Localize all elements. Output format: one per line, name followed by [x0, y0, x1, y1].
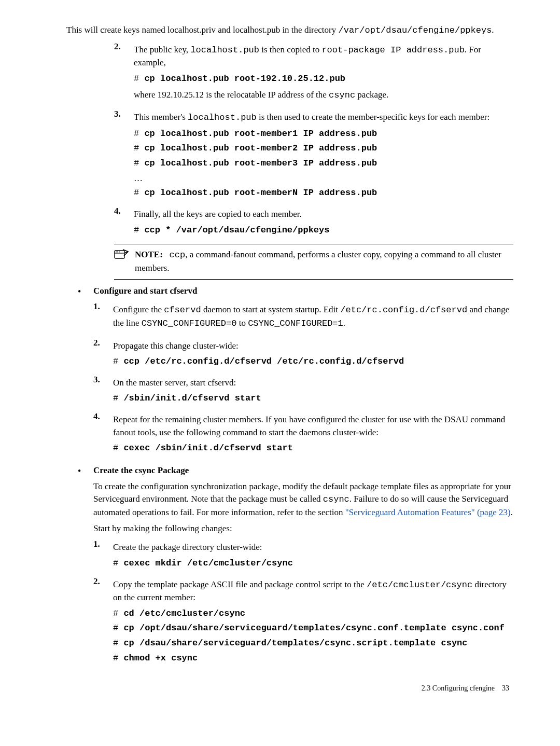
- step-3-dots: …: [134, 172, 513, 185]
- step-2-where: where 192.10.25.12 is the relocatable IP…: [134, 89, 513, 102]
- step-3-cmd3: # cp localhost.pub root-member3 IP addre…: [134, 157, 513, 170]
- step-3-cmdN: # cp localhost.pub root-memberN IP addre…: [134, 187, 513, 200]
- step-3-number: 3.: [114, 108, 134, 202]
- footer-page: 33: [502, 684, 509, 692]
- intro-text-c: .: [492, 25, 494, 35]
- intro-paragraph: This will create keys named localhost.pr…: [66, 24, 513, 37]
- step-2: 2. The public key, localhost.pub is then…: [114, 40, 513, 105]
- step-2-text: The public key, localhost.pub is then co…: [134, 44, 513, 70]
- bullet-dot: •: [78, 285, 93, 459]
- bullet-b-step2: 2. Copy the template package ASCII file …: [93, 575, 513, 667]
- intro-text-a: This will create keys named localhost.pr…: [66, 25, 339, 35]
- step-3-text: This member's localhost.pub is then used…: [134, 111, 513, 125]
- note-ccp: NOTE: ccp, a command-fanout command, per…: [114, 244, 513, 279]
- note-label: NOTE:: [135, 250, 163, 259]
- step-4: 4. Finally, all the keys are copied to e…: [114, 205, 513, 239]
- step-3-cmd1: # cp localhost.pub root-member1 IP addre…: [134, 128, 513, 141]
- bullet-a-step2: 2. Propagate this change cluster-wide: #…: [93, 337, 513, 370]
- note-rule-top: [114, 244, 513, 244]
- step-2-number: 2.: [114, 40, 134, 105]
- bullet-configure-content: Configure and start cfservd 1. Configure…: [93, 285, 513, 459]
- note-text: NOTE: ccp, a command-fanout command, per…: [135, 248, 513, 274]
- bullet-dot: •: [78, 464, 93, 669]
- bullet-create-csync: • Create the csync Package To create the…: [78, 464, 513, 669]
- intro-path: /var/opt/dsau/cfengine/ppkeys: [339, 25, 492, 35]
- step-3: 3. This member's localhost.pub is then u…: [114, 108, 513, 202]
- bullet-b-para2: Start by making the following changes:: [93, 522, 513, 535]
- step-2-content: The public key, localhost.pub is then co…: [134, 40, 513, 105]
- bullet-a-step1: 1. Configure the cfservd daemon to start…: [93, 300, 513, 333]
- bullet-b-para1: To create the configuration synchronizat…: [93, 480, 513, 519]
- step-2-command: # cp localhost.pub root-192.10.25.12.pub: [134, 73, 513, 86]
- svg-point-2: [116, 252, 117, 253]
- step-3-cmd2: # cp localhost.pub root-member2 IP addre…: [134, 142, 513, 155]
- step-3-content: This member's localhost.pub is then used…: [134, 108, 513, 202]
- note-icon: [114, 248, 129, 261]
- bullet-a-step4: 4. Repeat for the remaining cluster memb…: [93, 410, 513, 457]
- serviceguard-link[interactable]: "Serviceguard Automation Features" (page…: [345, 507, 511, 517]
- bullet-b-step1: 1. Create the package directory cluster-…: [93, 538, 513, 572]
- note-rule-bottom: [114, 279, 513, 280]
- svg-point-4: [119, 252, 120, 253]
- page-footer: 2.3 Configuring cfengine 33: [47, 683, 513, 694]
- bullet-configure-cfservd: • Configure and start cfservd 1. Configu…: [78, 285, 513, 459]
- step-4-text: Finally, all the keys are copied to each…: [134, 208, 513, 221]
- bullet-create-content: Create the csync Package To create the c…: [93, 464, 513, 669]
- step-4-command: # ccp * /var/opt/dsau/cfengine/ppkeys: [134, 224, 513, 237]
- bullet-a-step3: 3. On the master server, start cfservd: …: [93, 374, 513, 407]
- step-4-content: Finally, all the keys are copied to each…: [134, 205, 513, 239]
- bullet-a-heading: Configure and start cfservd: [93, 285, 513, 298]
- step-4-number: 4.: [114, 205, 134, 239]
- svg-point-3: [117, 252, 118, 253]
- bullet-b-heading: Create the csync Package: [93, 464, 513, 477]
- footer-section: 2.3 Configuring cfengine: [422, 684, 495, 692]
